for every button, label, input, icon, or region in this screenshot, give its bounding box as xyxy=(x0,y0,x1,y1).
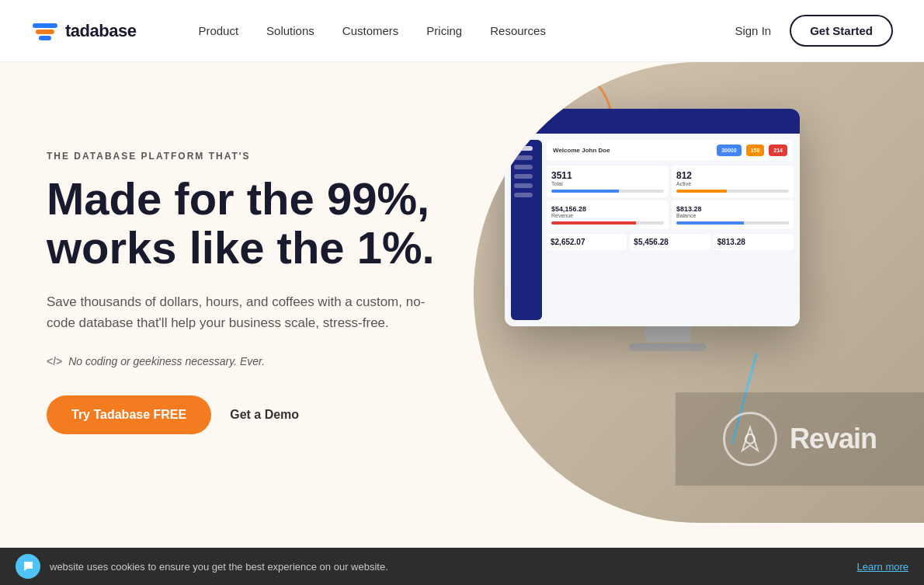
chat-icon xyxy=(16,554,40,579)
bar-4 xyxy=(676,221,789,225)
bottom-card-2: $5,456.28 xyxy=(630,234,710,250)
monitor-header: Welcome John Doe 30000 158 214 xyxy=(547,140,794,161)
logo-text: tadabase xyxy=(65,21,136,41)
card4-label: Balance xyxy=(676,213,789,218)
revain-text: Revain xyxy=(790,423,877,455)
revain-icon xyxy=(723,412,777,466)
nav-solutions[interactable]: Solutions xyxy=(266,24,314,37)
bottom-card-3: $813.28 xyxy=(714,234,794,250)
sidebar-item-3 xyxy=(514,174,533,179)
dot1 xyxy=(512,118,519,124)
chat-bubble-icon xyxy=(21,559,35,573)
metric-1: 30000 xyxy=(717,145,741,156)
monitor-welcome-text: Welcome John Doe xyxy=(553,147,712,154)
badge-text: No coding or geekiness necessary. Ever. xyxy=(68,355,265,367)
bottom-val-1: $2,652.07 xyxy=(551,238,623,246)
monitor-mockup: Welcome John Doe 30000 158 214 3511 Tota… xyxy=(505,109,831,373)
logo-link[interactable]: tadabase xyxy=(31,17,136,45)
nav-links: Product Solutions Customers Pricing Reso… xyxy=(198,24,546,38)
nav-pricing[interactable]: Pricing xyxy=(426,24,462,37)
bottom-card-1: $2,652.07 xyxy=(547,234,627,250)
hero-cta: Try Tadabase FREE Get a Demo xyxy=(47,395,435,434)
hero-subtext: Save thousands of dollars, hours, and co… xyxy=(47,291,435,333)
get-demo-button[interactable]: Get a Demo xyxy=(230,408,299,422)
metric-3: 214 xyxy=(769,145,787,156)
cookie-message: website uses cookies to ensure you get t… xyxy=(50,561,848,573)
hero-badge: </> No coding or geekiness necessary. Ev… xyxy=(47,355,435,367)
monitor-base xyxy=(629,343,707,351)
monitor-sidebar xyxy=(511,140,542,320)
hero-eyebrow: THE DATABASE PLATFORM THAT'S xyxy=(47,151,435,162)
bar-2 xyxy=(676,190,789,193)
card3-label: Revenue xyxy=(551,213,664,218)
mini-card-2: 812 Active xyxy=(672,165,794,197)
hero-content: THE DATABASE PLATFORM THAT'S Made for th… xyxy=(47,151,435,435)
sidebar-item-active xyxy=(514,146,533,151)
hero-section: THE DATABASE PLATFORM THAT'S Made for th… xyxy=(0,62,924,523)
svg-rect-2 xyxy=(39,36,51,40)
hero-headline-line1: Made for the 99%, xyxy=(47,173,429,224)
mini-card-1: 3511 Total xyxy=(547,165,669,197)
navbar: tadabase Product Solutions Customers Pri… xyxy=(0,0,924,62)
dot3 xyxy=(534,118,540,124)
bottom-val-2: $5,456.28 xyxy=(634,238,706,246)
metric-2: 158 xyxy=(746,145,765,156)
hero-headline: Made for the 99%, works like the 1%. xyxy=(47,174,435,273)
tadabase-logo-icon xyxy=(31,17,59,45)
card3-num: $54,156.28 xyxy=(551,205,664,213)
sidebar-item-4 xyxy=(514,183,533,188)
bar-3 xyxy=(551,221,664,225)
card1-num: 3511 xyxy=(551,170,664,181)
revain-watermark: Revain xyxy=(676,392,924,486)
bar-1 xyxy=(551,190,664,193)
monitor-content: Welcome John Doe 30000 158 214 3511 Tota… xyxy=(505,134,800,326)
dot2 xyxy=(523,118,530,124)
bottom-val-3: $813.28 xyxy=(717,238,790,246)
sidebar-item-2 xyxy=(514,165,533,169)
nav-resources[interactable]: Resources xyxy=(490,24,546,37)
try-free-button[interactable]: Try Tadabase FREE xyxy=(47,395,211,434)
sidebar-item-1 xyxy=(514,155,533,160)
monitor-topbar xyxy=(505,109,800,134)
card2-num: 812 xyxy=(676,170,789,181)
card4-num: $813.28 xyxy=(676,205,789,213)
cookie-banner: website uses cookies to ensure you get t… xyxy=(0,548,924,585)
svg-rect-1 xyxy=(36,30,54,34)
revain-svg-icon xyxy=(735,423,766,454)
signin-link[interactable]: Sign In xyxy=(735,24,771,37)
monitor-grid: 3511 Total 812 Active xyxy=(547,165,794,229)
get-started-button[interactable]: Get Started xyxy=(790,15,893,47)
hero-headline-line2: works like the 1%. xyxy=(47,222,435,273)
code-icon: </> xyxy=(47,355,62,367)
monitor-stand xyxy=(644,326,691,342)
monitor-main-area: Welcome John Doe 30000 158 214 3511 Tota… xyxy=(547,140,794,320)
navbar-right: Sign In Get Started xyxy=(735,15,893,47)
monitor-screen: Welcome John Doe 30000 158 214 3511 Tota… xyxy=(505,109,800,326)
sidebar-item-5 xyxy=(514,193,533,197)
mini-card-4: $813.28 Balance xyxy=(672,200,794,229)
cookie-learn-more-link[interactable]: Learn more xyxy=(857,561,908,573)
svg-rect-0 xyxy=(33,23,57,28)
card2-label: Active xyxy=(676,181,789,186)
nav-product[interactable]: Product xyxy=(198,24,238,37)
card1-label: Total xyxy=(551,181,664,186)
mini-card-3: $54,156.28 Revenue xyxy=(547,200,669,229)
nav-customers[interactable]: Customers xyxy=(342,24,399,37)
monitor-bottom: $2,652.07 $5,456.28 $813.28 xyxy=(547,234,794,250)
